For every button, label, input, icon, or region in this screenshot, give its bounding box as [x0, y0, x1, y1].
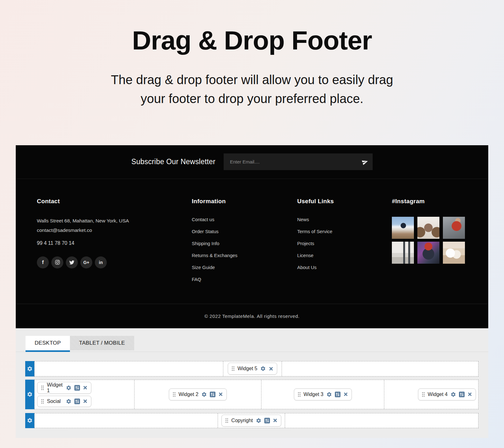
instagram-photo-1[interactable] [392, 217, 414, 239]
footer-link[interactable]: FAQ [192, 276, 297, 283]
widget-responsive-button[interactable] [74, 399, 80, 404]
useful-links: NewsTerms of ServiceProjectsLicenseAbout… [297, 216, 392, 271]
close-icon [83, 385, 88, 390]
widget-chip-widget1[interactable]: Widget 1 [37, 382, 91, 394]
social-links: f [37, 256, 192, 268]
widget-settings-button[interactable] [66, 385, 72, 391]
google-plus-button[interactable]: G+ [80, 256, 92, 268]
widget-remove-button[interactable] [273, 418, 278, 423]
footer-link[interactable]: Contact us [192, 216, 297, 223]
drag-handle-icon [41, 399, 44, 404]
footer-link[interactable]: Size Guide [192, 264, 297, 271]
gear-icon [27, 417, 33, 423]
instagram-icon [55, 260, 60, 265]
widget-remove-button[interactable] [83, 385, 88, 390]
widget-settings-button[interactable] [256, 418, 261, 423]
footer-column-instagram: #Instagram [392, 198, 467, 288]
row-3-empty-cell[interactable] [285, 413, 478, 428]
instagram-photo-5[interactable] [417, 242, 439, 264]
twitter-button[interactable] [66, 256, 78, 268]
widget-chip-widget4[interactable]: Widget 4 [418, 388, 476, 400]
row-1-empty-cell[interactable] [35, 361, 223, 376]
row-3-empty-cell[interactable] [35, 413, 218, 428]
row-1-cells: Widget 5 [34, 361, 478, 376]
widget-responsive-button[interactable] [335, 392, 341, 397]
instagram-photo-4[interactable] [392, 242, 414, 264]
linkedin-button[interactable]: in [95, 256, 107, 268]
sliders-icon [335, 392, 341, 397]
widget-responsive-button[interactable] [74, 385, 80, 391]
drag-handle-icon [232, 366, 235, 371]
row-3-settings-button[interactable] [25, 413, 34, 428]
widget-chip-social[interactable]: Social [37, 396, 91, 407]
widget-chip-widget3[interactable]: Widget 3 [294, 388, 352, 400]
footer-link[interactable]: Shipping Info [192, 240, 297, 247]
footer-link[interactable]: Projects [297, 240, 392, 247]
newsletter-input-box [224, 153, 373, 170]
gear-icon [450, 392, 456, 397]
tab-tablet-mobile[interactable]: TABLET / MOBILE [70, 336, 134, 350]
close-icon [83, 399, 88, 404]
footer-link[interactable]: Order Status [192, 228, 297, 235]
copyright-text: © 2022 TemplateMela. All rights reserved… [204, 313, 300, 319]
facebook-button[interactable]: f [37, 256, 49, 268]
widget-remove-button[interactable] [218, 392, 223, 397]
widget-chip-widget2[interactable]: Widget 2 [169, 388, 227, 400]
tab-desktop[interactable]: DESKTOP [26, 336, 70, 352]
widget-settings-button[interactable] [326, 392, 332, 397]
widget-settings-button[interactable] [66, 399, 72, 404]
footer-link[interactable]: Terms of Service [297, 228, 392, 235]
row-2-settings-button[interactable] [25, 380, 34, 409]
contact-phone[interactable]: 99 4 11 78 70 14 [37, 240, 192, 246]
row-3-copyright-cell: Copyright [218, 413, 285, 428]
close-icon [343, 392, 348, 397]
instagram-photo-3[interactable] [443, 217, 465, 239]
footer-link[interactable]: News [297, 216, 392, 223]
twitter-icon [69, 260, 74, 265]
footer-link[interactable]: About Us [297, 264, 392, 271]
row-3-cells: Copyright [34, 413, 478, 428]
widget-responsive-button[interactable] [459, 392, 465, 397]
editor-rows: Widget 5 Wid [16, 352, 488, 428]
widget-label: Social [47, 399, 63, 404]
widget-settings-button[interactable] [201, 392, 207, 397]
widget-responsive-button[interactable] [210, 392, 215, 397]
widget-label: Widget 1 [47, 382, 63, 393]
footer-column-contact: Contact Walls Street 68, Mahattan, New Y… [37, 198, 192, 288]
close-icon [467, 392, 472, 397]
gear-icon [201, 392, 207, 397]
editor-row-3: Copyright [25, 413, 478, 428]
drag-handle-icon [298, 392, 301, 397]
widget-remove-button[interactable] [83, 399, 88, 404]
widget-settings-button[interactable] [260, 366, 266, 371]
row-2-cells: Widget 1 Social [34, 380, 478, 409]
send-button[interactable] [362, 159, 368, 165]
copyright-bar: © 2022 TemplateMela. All rights reserved… [16, 304, 488, 328]
instagram-photo-2[interactable] [417, 217, 439, 239]
widget-chip-widget5[interactable]: Widget 5 [228, 363, 277, 375]
editor-tabbar: DESKTOP TABLET / MOBILE [16, 328, 488, 352]
contact-email[interactable]: contact@sadesmarket.co [37, 226, 192, 235]
footer-columns: Contact Walls Street 68, Mahattan, New Y… [16, 179, 488, 304]
widget-chip-copyright[interactable]: Copyright [221, 415, 281, 427]
widget-remove-button[interactable] [467, 392, 472, 397]
widget-remove-button[interactable] [343, 392, 348, 397]
newsletter-label: Subscribe Our Newsletter [131, 158, 215, 166]
widget-responsive-button[interactable] [264, 418, 270, 423]
widget-remove-button[interactable] [269, 366, 273, 371]
widget-settings-button[interactable] [450, 392, 456, 397]
drag-handle-icon [41, 385, 44, 390]
email-input[interactable] [224, 153, 373, 170]
footer-link[interactable]: Returns & Exchanges [192, 252, 297, 259]
widget-label: Widget 2 [179, 392, 198, 397]
row-1-settings-button[interactable] [25, 361, 34, 376]
sliders-icon [74, 385, 80, 391]
sliders-icon [74, 399, 80, 404]
row-1-empty-cell[interactable] [282, 361, 478, 376]
instagram-photo-6[interactable] [443, 242, 465, 264]
hero-section: Drag & Drop Footer The drag & drop foote… [0, 0, 504, 108]
editor-row-2: Widget 1 Social [25, 380, 478, 409]
instagram-button[interactable] [51, 256, 63, 268]
gear-icon [260, 366, 266, 371]
footer-link[interactable]: License [297, 252, 392, 259]
